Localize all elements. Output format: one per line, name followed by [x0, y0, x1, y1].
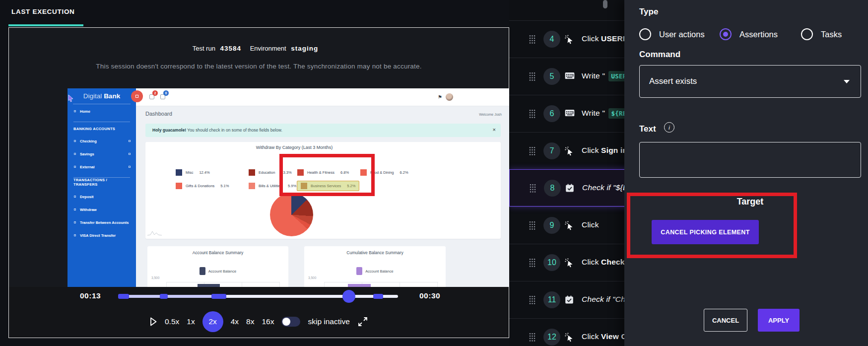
expand-icon: [129, 166, 131, 168]
drag-handle[interactable]: [529, 221, 535, 232]
bullet-icon: [74, 140, 76, 142]
command-select[interactable]: Assert exists: [639, 65, 861, 98]
card-legend: Account Balance: [304, 267, 446, 275]
summary-right-swatch: [356, 267, 362, 275]
info-icon[interactable]: i: [664, 122, 674, 133]
bullet-icon: [74, 208, 76, 210]
timeline-played: [118, 295, 226, 298]
step-row-8[interactable]: 8Check if "${L: [509, 169, 624, 207]
timeline-thumb[interactable]: [342, 290, 355, 303]
step-row-10[interactable]: 10Click Check: [509, 244, 624, 281]
environment-value: staging: [291, 45, 318, 52]
bullet-icon: [74, 221, 76, 223]
speed-1x-button[interactable]: 1x: [187, 317, 195, 326]
bullet-icon: [74, 110, 76, 112]
speed-16x-button[interactable]: 16x: [262, 317, 274, 326]
speed-0.5x-button[interactable]: 0.5x: [165, 317, 179, 326]
step-row-12[interactable]: 12Click View C: [509, 318, 624, 346]
skip-inactive-toggle[interactable]: [281, 317, 300, 327]
step-number: 4: [543, 31, 560, 48]
annotation-box-target: [627, 193, 797, 258]
step-editor-panel: Type User actionsAssertionsTasks Command…: [624, 0, 868, 346]
step-label: Write " USER: [582, 71, 624, 80]
assertion-text-input[interactable]: [639, 142, 861, 178]
bank-nav-header: TRANSACTIONS / TRANSFERS: [73, 177, 130, 190]
radio-icon: [720, 28, 732, 40]
cancel-button[interactable]: CANCEL: [704, 309, 747, 332]
legend-swatch: [249, 169, 255, 176]
card-legend-label: Account Balance: [365, 269, 393, 274]
bank-sidebar: Digital Bank HomeBANKING ACCOUNTSCheckin…: [67, 88, 136, 287]
drag-handle[interactable]: [529, 295, 535, 307]
bank-logo: Digital Bank: [67, 92, 136, 100]
bank-nav-list: HomeBANKING ACCOUNTSCheckingSavingsExter…: [67, 105, 136, 242]
steps-list: 4Click USERN5Write " USER6Write " ${RE7C…: [509, 0, 624, 346]
step-row-11[interactable]: 11Check if "Ch: [509, 281, 624, 318]
test-run-label: Test run: [193, 45, 215, 52]
speed-8x-button[interactable]: 8x: [246, 317, 254, 326]
drag-handle[interactable]: [529, 258, 535, 270]
video-preview[interactable]: Digital Bank HomeBANKING ACCOUNTSCheckin…: [67, 88, 509, 287]
environment-label: Environment: [250, 45, 286, 52]
test-run-info: Test run 43584 Environment staging: [9, 45, 509, 52]
bank-logo-bold: Bank: [104, 92, 120, 100]
timeline-scrubber[interactable]: [118, 295, 398, 298]
cursor-icon: [565, 258, 574, 270]
step-row-4[interactable]: 4Click USERN: [509, 20, 624, 58]
bank-topbar: 2 0 ⚑: [136, 88, 509, 106]
timeline-marker: [373, 294, 383, 299]
legend-label: Bills & Utilities: [259, 184, 282, 188]
account-balance-card: Account Balance Summary Account Balance …: [147, 246, 288, 287]
expand-icon: [129, 140, 131, 142]
skip-inactive-label: skip inactive: [308, 317, 349, 326]
test-run-value: 43584: [220, 45, 242, 52]
legend-swatch: [176, 169, 182, 176]
fullscreen-icon[interactable]: [357, 316, 368, 327]
legend-label: Gifts & Donations: [186, 184, 214, 188]
step-row-6[interactable]: 6Write " ${RE: [509, 95, 624, 132]
step-label: Click Sign in: [582, 146, 624, 155]
card-legend-label: Account Balance: [208, 269, 236, 274]
info-glyph: i: [668, 125, 669, 131]
bank-page-title: Dashboard: [145, 111, 172, 117]
legend-label: Education: [259, 170, 275, 175]
welcome-text: Welcome Josh: [479, 113, 502, 116]
close-icon: ×: [493, 127, 496, 133]
summary-left-swatch: [200, 267, 205, 275]
divider: [73, 104, 131, 104]
flag-icon: ⚑: [438, 94, 442, 100]
step-row-5[interactable]: 5Write " USER: [509, 58, 624, 95]
radio-tasks[interactable]: Tasks: [801, 28, 842, 40]
speed-2x-button[interactable]: 2x: [202, 311, 223, 332]
bullet-icon: [74, 166, 76, 168]
bullet-icon: [74, 196, 76, 198]
play-icon[interactable]: [149, 317, 157, 327]
step-row-9[interactable]: 9Click: [509, 207, 624, 244]
notification-icon: 2: [149, 94, 154, 99]
step-number: 11: [543, 291, 560, 308]
legend-item: Misc12.4%: [176, 169, 210, 176]
app-root: LAST EXECUTION Test run 43584 Environmen…: [0, 0, 868, 346]
drag-handle[interactable]: [529, 109, 535, 121]
tab-last-execution[interactable]: LAST EXECUTION: [11, 8, 75, 15]
drag-handle[interactable]: [529, 333, 535, 344]
speed-4x-button[interactable]: 4x: [231, 317, 239, 326]
bank-nav-item: Transfer Between Accounts: [67, 216, 136, 229]
scrollbar-thumb[interactable]: [603, 0, 607, 8]
radio-label: Tasks: [821, 30, 842, 39]
notification-icon: 0: [160, 94, 165, 99]
radio-assertions[interactable]: Assertions: [720, 28, 778, 40]
step-number: 10: [543, 254, 560, 271]
step-row-7[interactable]: 7Click Sign in: [509, 132, 624, 169]
legend-swatch: [249, 183, 255, 189]
drag-handle[interactable]: [529, 35, 535, 46]
drag-handle[interactable]: [529, 72, 535, 83]
drag-handle[interactable]: [529, 146, 535, 158]
drag-handle[interactable]: [530, 184, 536, 195]
bank-nav-item: Savings: [67, 147, 136, 160]
apply-button[interactable]: APPLY: [758, 309, 800, 332]
type-heading: Type: [639, 7, 658, 17]
radio-user-actions[interactable]: User actions: [639, 28, 705, 40]
step-label: Check if "${L: [582, 183, 624, 192]
step-number: 8: [544, 180, 561, 197]
